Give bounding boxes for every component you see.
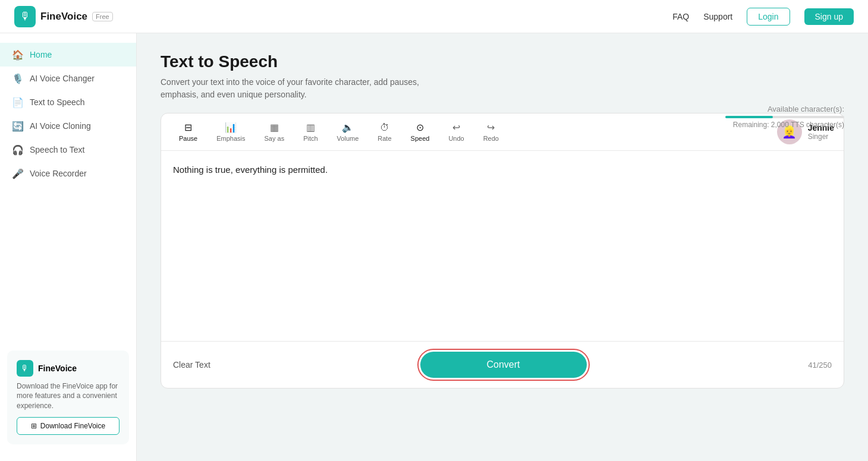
sidebar-footer-desc: Download the FineVoice app for more feat…: [17, 381, 119, 411]
pitch-label: Pitch: [303, 135, 317, 142]
logo-name: FineVoice: [40, 11, 87, 23]
say-as-label: Say as: [265, 135, 285, 142]
speed-label: Speed: [411, 135, 430, 142]
ai-voice-changer-icon: 🎙️: [12, 72, 24, 84]
sidebar-item-ai-voice-changer[interactable]: 🎙️ AI Voice Changer: [0, 67, 136, 90]
layout: 🏠 Home 🎙️ AI Voice Changer 📄 Text to Spe…: [0, 33, 868, 461]
download-button[interactable]: ⊞ Download FineVoice: [17, 417, 119, 435]
page-description: Convert your text into the voice of your…: [161, 76, 458, 101]
emphasis-label: Emphasis: [216, 135, 245, 142]
convert-button[interactable]: Convert: [420, 352, 587, 378]
toolbar-pitch[interactable]: ▥ Pitch: [295, 118, 326, 146]
sidebar: 🏠 Home 🎙️ AI Voice Changer 📄 Text to Spe…: [0, 33, 137, 461]
convert-button-wrapper: Convert: [417, 349, 590, 381]
voice-role: Singer: [808, 132, 834, 141]
chars-remaining: Remaining: 2,000 TTS character(s): [725, 121, 844, 129]
sidebar-item-text-to-speech[interactable]: 📄 Text to Speech: [0, 90, 136, 114]
speed-icon: ⊙: [416, 122, 424, 133]
undo-icon: ↩: [452, 122, 460, 133]
emphasis-icon: 📊: [225, 122, 237, 133]
voice-recorder-icon: 🎤: [12, 168, 24, 179]
volume-icon: 🔈: [342, 122, 354, 133]
sidebar-footer-app-name: FineVoice: [38, 364, 77, 373]
redo-icon: ↪: [487, 122, 495, 133]
sidebar-label-home: Home: [30, 50, 52, 59]
toolbar-pause[interactable]: ⊟ Pause: [171, 118, 206, 146]
toolbar-rate[interactable]: ⏱ Rate: [369, 119, 400, 146]
pause-icon: ⊟: [184, 122, 192, 133]
logo-badge: Free: [92, 12, 113, 21]
text-input[interactable]: Nothing is true, everything is permitted…: [161, 151, 844, 341]
rate-label: Rate: [378, 135, 391, 142]
sidebar-item-voice-recorder[interactable]: 🎤 Voice Recorder: [0, 162, 136, 185]
sidebar-label-ai-voice-cloning: AI Voice Cloning: [30, 121, 91, 131]
bottom-bar: Clear Text Convert 41/250: [161, 341, 844, 388]
toolbar-say-as[interactable]: ▦ Say as: [256, 118, 293, 146]
header: 🎙 FineVoice Free FAQ Support Login Sign …: [0, 0, 868, 33]
chars-section: Available character(s): Remaining: 2,000…: [725, 105, 844, 129]
text-to-speech-icon: 📄: [12, 96, 24, 108]
toolbar-emphasis[interactable]: 📊 Emphasis: [208, 118, 253, 146]
windows-icon: ⊞: [31, 422, 37, 430]
sidebar-item-speech-to-text[interactable]: 🎧 Speech to Text: [0, 138, 136, 162]
header-nav: FAQ Support Login Sign up: [672, 8, 854, 26]
login-button[interactable]: Login: [747, 8, 790, 26]
toolbar-speed[interactable]: ⊙ Speed: [402, 118, 438, 146]
logo: 🎙 FineVoice Free: [14, 6, 113, 27]
logo-icon: 🎙: [14, 6, 36, 27]
clear-text-button[interactable]: Clear Text: [173, 360, 210, 370]
nav-support[interactable]: Support: [703, 12, 732, 21]
sidebar-footer-logo: 🎙 FineVoice: [17, 360, 119, 377]
sidebar-label-voice-recorder: Voice Recorder: [30, 169, 87, 178]
nav-faq[interactable]: FAQ: [672, 12, 689, 21]
chars-progress-fill: [725, 116, 773, 118]
sidebar-item-ai-voice-cloning[interactable]: 🔄 AI Voice Cloning: [0, 114, 136, 138]
pitch-icon: ▥: [306, 122, 315, 133]
main-content: Text to Speech Convert your text into th…: [137, 33, 868, 461]
ai-voice-cloning-icon: 🔄: [12, 120, 24, 132]
chars-label: Available character(s):: [725, 105, 844, 113]
sidebar-label-ai-voice-changer: AI Voice Changer: [30, 74, 95, 83]
say-as-icon: ▦: [270, 122, 279, 133]
toolbar-volume[interactable]: 🔈 Volume: [329, 118, 367, 146]
editor-card: ⊟ Pause 📊 Emphasis ▦ Say as ▥ Pitch 🔈: [161, 113, 844, 389]
chars-progress-bar: [725, 116, 844, 118]
sidebar-label-text-to-speech: Text to Speech: [30, 97, 85, 107]
signup-button[interactable]: Sign up: [804, 8, 854, 25]
pause-label: Pause: [179, 135, 197, 142]
download-label: Download FineVoice: [40, 422, 105, 430]
speech-to-text-icon: 🎧: [12, 144, 24, 156]
redo-label: Redo: [483, 135, 499, 142]
sidebar-footer-app-icon: 🎙: [17, 360, 33, 377]
volume-label: Volume: [337, 135, 359, 142]
page-title: Text to Speech: [161, 52, 844, 71]
sidebar-item-home[interactable]: 🏠 Home: [0, 43, 136, 67]
sidebar-footer: 🎙 FineVoice Download the FineVoice app f…: [7, 351, 129, 444]
rate-icon: ⏱: [380, 122, 389, 133]
toolbar-undo[interactable]: ↩ Undo: [440, 118, 472, 146]
sidebar-label-speech-to-text: Speech to Text: [30, 145, 84, 154]
toolbar-redo[interactable]: ↪ Redo: [475, 118, 507, 146]
undo-label: Undo: [448, 135, 464, 142]
char-count: 41/250: [808, 361, 832, 370]
home-icon: 🏠: [12, 49, 24, 61]
